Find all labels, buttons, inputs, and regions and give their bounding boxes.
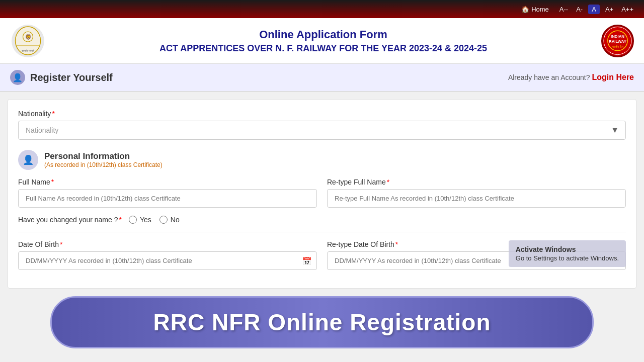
dob-col: Date Of Birth* 📅 (18, 240, 317, 270)
user-icon: 👤 (10, 70, 25, 85)
svg-text:भारतीय रेल: भारतीय रेल (612, 45, 623, 48)
railway-logo: INDIAN RAILWAY भारतीय रेल (601, 25, 634, 57)
header-title1: Online Application Form (50, 28, 596, 41)
login-link-area: Already have an Account? Login Here (508, 73, 634, 82)
name-changed-yes-option[interactable]: Yes (129, 216, 151, 224)
personal-info-title: Personal Information (44, 151, 163, 161)
person-icon: 👤 (18, 150, 38, 170)
nationality-required: * (52, 110, 54, 118)
retype-full-name-col: Re-type Full Name* (327, 178, 626, 208)
personal-info-subtitle: (As recorded in (10th/12th) class Certif… (44, 161, 163, 168)
yes-label: Yes (140, 216, 151, 224)
section-title-wrap: Personal Information (As recorded in (10… (44, 151, 163, 168)
full-name-required: * (51, 178, 54, 186)
full-name-label: Full Name* (18, 178, 317, 186)
name-changed-row: Have you changed your name ?* Yes No (18, 216, 626, 232)
font-normal-button[interactable]: A (588, 5, 600, 14)
font-decrease-more-button[interactable]: A-- (557, 5, 571, 14)
no-label: No (171, 216, 180, 224)
calendar-icon[interactable]: 📅 (302, 256, 312, 265)
retype-full-name-input[interactable] (327, 189, 626, 208)
retype-dob-col: Re-type Date Of Birth* Activate Windows … (327, 240, 626, 270)
bottom-banner-text: RRC NFR Online Registration (52, 309, 592, 336)
nationality-label: Nationality* (18, 110, 626, 118)
login-here-link[interactable]: Login Here (592, 73, 634, 81)
font-increase-more-button[interactable]: A++ (619, 5, 636, 14)
retype-full-name-label: Re-type Full Name* (327, 178, 626, 186)
svg-text:सत्यमेव जयते: सत्यमेव जयते (21, 49, 34, 52)
personal-info-section-header: 👤 Personal Information (As recorded in (… (18, 150, 626, 170)
dob-row: Date Of Birth* 📅 Re-type Date Of Birth* … (18, 240, 626, 270)
svg-text:🦁: 🦁 (25, 34, 31, 40)
svg-text:RAILWAY: RAILWAY (609, 39, 627, 44)
dob-input[interactable] (18, 251, 317, 270)
retype-dob-label: Re-type Date Of Birth* (327, 240, 626, 248)
dob-label: Date Of Birth* (18, 240, 317, 248)
emblem-logo: 🦁 सत्यमेव जयते (10, 23, 45, 58)
nationality-field: Nationality* Nationality ▼ (18, 110, 626, 140)
dob-required: * (60, 240, 62, 248)
font-increase-button[interactable]: A+ (603, 5, 616, 14)
retype-full-name-required: * (387, 178, 389, 186)
full-name-row: Full Name* Re-type Full Name* (18, 178, 626, 208)
page-header: 🦁 सत्यमेव जयते Online Application Form A… (0, 18, 644, 64)
header-title2: ACT APPRENTICES OVER N. F. RAILWAY FOR T… (50, 43, 596, 54)
register-bar: 👤 Register Yourself Already have an Acco… (0, 64, 644, 92)
register-label: Register Yourself (30, 72, 113, 83)
svg-text:INDIAN: INDIAN (611, 34, 624, 39)
bottom-banner: RRC NFR Online Registration (50, 296, 594, 348)
font-decrease-button[interactable]: A- (574, 5, 585, 14)
already-account-text: Already have an Account? (508, 73, 590, 81)
name-changed-no-option[interactable]: No (159, 216, 180, 224)
full-name-input[interactable] (18, 189, 317, 208)
home-link[interactable]: Home (521, 6, 549, 13)
name-changed-no-radio[interactable] (159, 216, 168, 224)
full-name-col: Full Name* (18, 178, 317, 208)
dob-input-wrapper: 📅 (18, 251, 317, 270)
name-changed-yes-radio[interactable] (129, 216, 137, 224)
retype-dob-required: * (395, 240, 398, 248)
header-text-block: Online Application Form ACT APPRENTICES … (45, 28, 601, 54)
retype-dob-input-wrapper (327, 251, 626, 270)
name-changed-radio-group: Yes No (129, 216, 180, 224)
retype-dob-input[interactable] (327, 251, 626, 270)
name-changed-label: Have you changed your name ?* (18, 216, 122, 224)
registration-form: Nationality* Nationality ▼ 👤 Personal In… (8, 99, 636, 289)
nationality-select-wrapper: Nationality ▼ (18, 121, 626, 140)
top-bar: Home A-- A- A A+ A++ (0, 0, 644, 18)
register-title: 👤 Register Yourself (10, 70, 113, 85)
name-changed-required: * (119, 216, 121, 224)
nationality-select[interactable]: Nationality (18, 121, 626, 140)
